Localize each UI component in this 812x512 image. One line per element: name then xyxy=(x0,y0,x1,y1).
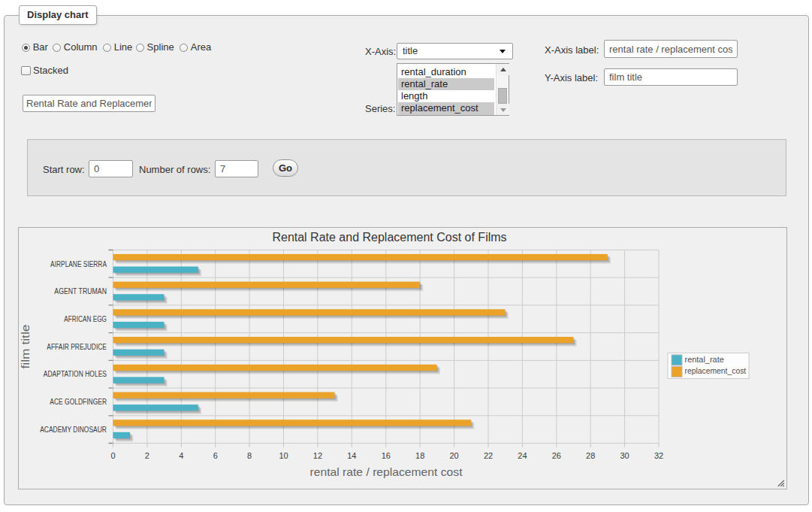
svg-text:replacement_cost: replacement_cost xyxy=(685,366,747,375)
svg-text:ADAPTATION HOLES: ADAPTATION HOLES xyxy=(44,370,107,378)
svg-text:26: 26 xyxy=(552,451,561,460)
svg-text:6: 6 xyxy=(213,451,218,460)
svg-text:ACE GOLDFINGER: ACE GOLDFINGER xyxy=(50,398,107,406)
svg-text:AFFAIR PREJUDICE: AFFAIR PREJUDICE xyxy=(47,343,107,351)
svg-text:AFRICAN EGG: AFRICAN EGG xyxy=(64,315,107,323)
svg-text:rental rate / replacement cost: rental rate / replacement cost xyxy=(310,465,463,478)
svg-text:ACADEMY DINOSAUR: ACADEMY DINOSAUR xyxy=(40,426,107,434)
svg-text:0: 0 xyxy=(110,451,115,460)
svg-text:12: 12 xyxy=(313,451,322,460)
svg-text:film title: film title xyxy=(19,325,32,369)
svg-text:24: 24 xyxy=(518,451,527,460)
svg-text:rental_rate: rental_rate xyxy=(685,355,724,364)
svg-text:AGENT TRUMAN: AGENT TRUMAN xyxy=(54,287,107,295)
svg-text:30: 30 xyxy=(620,451,629,460)
svg-text:28: 28 xyxy=(586,451,595,460)
svg-text:14: 14 xyxy=(347,451,356,460)
svg-text:AIRPLANE SIERRA: AIRPLANE SIERRA xyxy=(50,260,107,268)
svg-text:22: 22 xyxy=(484,451,493,460)
svg-text:18: 18 xyxy=(415,451,424,460)
svg-text:10: 10 xyxy=(279,451,288,460)
svg-text:16: 16 xyxy=(382,451,391,460)
svg-text:2: 2 xyxy=(145,451,149,460)
svg-text:Rental Rate and Replacement Co: Rental Rate and Replacement Cost of Film… xyxy=(272,231,506,244)
svg-text:4: 4 xyxy=(179,451,183,460)
svg-text:20: 20 xyxy=(449,451,458,460)
svg-text:8: 8 xyxy=(247,451,252,460)
svg-text:32: 32 xyxy=(654,451,663,460)
